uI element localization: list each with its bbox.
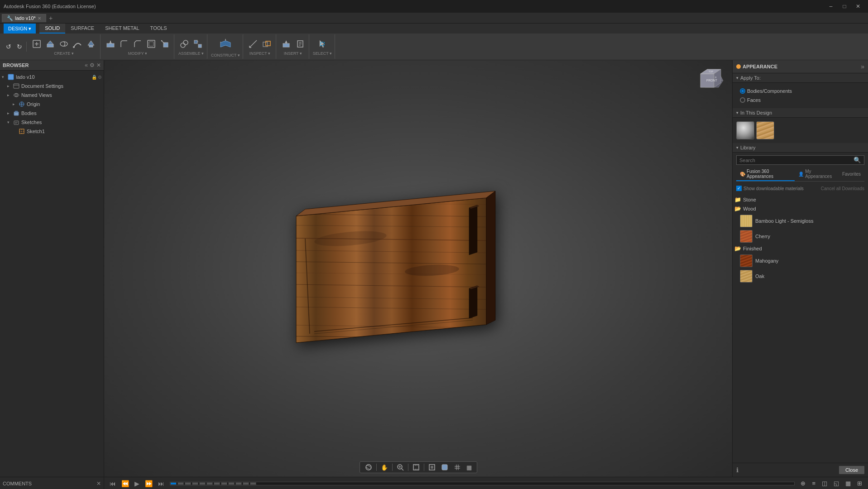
- lib-tab-favorites[interactable]: Favorites: [839, 168, 864, 181]
- interference-button[interactable]: [260, 38, 273, 50]
- pan-button[interactable]: ✋: [379, 463, 390, 472]
- tab-solid[interactable]: SOLID: [39, 24, 65, 34]
- insert-2-button[interactable]: [293, 38, 306, 50]
- viewcube[interactable]: FRONT TOP R: [696, 65, 728, 96]
- timeline-marker-7[interactable]: [214, 482, 220, 485]
- insert-1-button[interactable]: [280, 38, 293, 50]
- tree-action-settings[interactable]: ⚙: [98, 75, 102, 80]
- visual-style-button[interactable]: [439, 463, 451, 472]
- timeline-marker-3[interactable]: [185, 482, 191, 485]
- viewport[interactable]: FRONT TOP R: [104, 60, 732, 477]
- tree-item-sketches[interactable]: ▾ Sketches: [0, 118, 104, 127]
- timeline-marker-9[interactable]: [228, 482, 235, 485]
- fillet-button[interactable]: [118, 38, 130, 50]
- appearance-collapse-button[interactable]: »: [861, 63, 864, 70]
- timeline-marker-6[interactable]: [206, 482, 213, 485]
- faces-radio[interactable]: [740, 97, 745, 103]
- timeline-prev-button[interactable]: ⏪: [120, 479, 131, 488]
- timeline-marker-1[interactable]: [170, 482, 177, 485]
- undo-button[interactable]: ↺: [4, 42, 14, 52]
- new-component-button[interactable]: [30, 38, 43, 50]
- lib-tab-my[interactable]: 👤 My Appearances: [795, 168, 839, 181]
- material-thumb-wood[interactable]: [756, 121, 774, 139]
- timeline-marker-8[interactable]: [221, 482, 227, 485]
- close-button[interactable]: ✕: [852, 2, 864, 11]
- shell-button[interactable]: [145, 38, 158, 50]
- timeline-marker-4[interactable]: [192, 482, 198, 485]
- status-expand-button[interactable]: ⊞: [855, 479, 864, 488]
- construct-plane-button[interactable]: [217, 36, 234, 52]
- mat-item-oak[interactable]: Oak: [733, 268, 868, 284]
- timeline-marker-2[interactable]: [177, 482, 184, 485]
- move-copy-button[interactable]: [158, 38, 171, 50]
- lib-tab-fusion[interactable]: 🎨 Fusion 360 Appearances: [736, 168, 795, 181]
- loft-button[interactable]: [85, 38, 97, 50]
- display-mode-button[interactable]: [426, 463, 438, 472]
- comments-close-button[interactable]: ✕: [96, 480, 101, 487]
- orbit-button[interactable]: [363, 463, 374, 472]
- bodies-radio[interactable]: [740, 88, 745, 94]
- document-tab[interactable]: 🔧 lado v10* ✕: [2, 14, 46, 22]
- timeline-track[interactable]: [170, 482, 795, 485]
- tree-item-root[interactable]: ▾ lado v10 🔒 ⚙: [0, 72, 104, 82]
- tab-sheet-metal[interactable]: SHEET METAL: [100, 24, 144, 34]
- timeline-marker-12[interactable]: [250, 482, 256, 485]
- timeline-rewind-button[interactable]: ⏮: [108, 479, 118, 488]
- more-options-button[interactable]: ▦: [464, 463, 474, 472]
- folder-stone[interactable]: 📁 Stone: [733, 195, 868, 204]
- appearance-close-button[interactable]: Close: [839, 466, 864, 474]
- new-tab-button[interactable]: +: [49, 14, 53, 22]
- timeline-end-button[interactable]: ⏭: [156, 479, 166, 488]
- tree-item-named-views[interactable]: ▸ Named Views: [0, 91, 104, 100]
- search-input[interactable]: [737, 156, 851, 164]
- folder-wood[interactable]: 📂 Wood: [733, 204, 868, 213]
- browser-settings-button[interactable]: ⚙: [90, 62, 95, 68]
- timeline-next-button[interactable]: ⏩: [143, 479, 154, 488]
- timeline-marker-11[interactable]: [243, 482, 249, 485]
- design-button[interactable]: DESIGN ▾: [4, 24, 36, 34]
- status-grid-button[interactable]: ⊕: [798, 479, 808, 488]
- timeline-play-button[interactable]: ▶: [133, 479, 141, 488]
- extrude-button[interactable]: [44, 38, 57, 50]
- tab-surface[interactable]: SURFACE: [65, 24, 100, 34]
- browser-close-button[interactable]: ✕: [96, 62, 101, 68]
- tree-item-sketch1[interactable]: Sketch1: [0, 127, 104, 136]
- minimize-button[interactable]: –: [825, 2, 837, 11]
- status-window-button[interactable]: ◱: [831, 479, 841, 488]
- status-grid2-button[interactable]: ▦: [843, 479, 853, 488]
- press-pull-button[interactable]: [104, 38, 117, 50]
- chamfer-button[interactable]: [131, 38, 144, 50]
- info-icon[interactable]: ℹ: [736, 466, 739, 474]
- timeline-marker-5[interactable]: [199, 482, 206, 485]
- apply-to-header[interactable]: ▾ Apply To:: [733, 73, 868, 83]
- zoom-button[interactable]: [394, 463, 406, 472]
- mat-item-mahogany[interactable]: Mahogany: [733, 253, 868, 268]
- search-button[interactable]: 🔍: [851, 156, 864, 164]
- status-menu-button[interactable]: ≡: [810, 479, 818, 488]
- tab-tools[interactable]: TOOLS: [145, 24, 173, 34]
- mat-item-bamboo[interactable]: Bamboo Light - Semigloss: [733, 213, 868, 229]
- grid-button[interactable]: [451, 463, 463, 472]
- tab-close-icon[interactable]: ✕: [38, 16, 41, 21]
- sweep-button[interactable]: [71, 38, 84, 50]
- measure-button[interactable]: [247, 38, 259, 50]
- revolve-button[interactable]: [58, 38, 70, 50]
- timeline-marker-10[interactable]: [235, 482, 242, 485]
- assemble-2-button[interactable]: [192, 38, 204, 50]
- tree-item-doc-settings[interactable]: ▸ Document Settings: [0, 82, 104, 91]
- fit-button[interactable]: [410, 463, 422, 472]
- select-button[interactable]: [316, 38, 329, 50]
- tree-item-origin[interactable]: ▸ Origin: [0, 100, 104, 109]
- browser-collapse-button[interactable]: «: [85, 62, 88, 68]
- assemble-1-button[interactable]: [178, 38, 191, 50]
- library-header[interactable]: ▾ Library: [733, 143, 868, 153]
- maximize-button[interactable]: □: [838, 2, 851, 11]
- mat-item-cherry[interactable]: Cherry: [733, 229, 868, 244]
- cancel-downloads-link[interactable]: Cancel all Downloads: [821, 186, 864, 191]
- redo-button[interactable]: ↻: [14, 42, 24, 52]
- tree-item-bodies[interactable]: ▸ Bodies: [0, 109, 104, 118]
- in-this-design-header[interactable]: ▾ In This Design: [733, 108, 868, 118]
- folder-finished[interactable]: 📂 Finished: [733, 244, 868, 253]
- material-thumb-metal[interactable]: [736, 121, 754, 139]
- status-panel-button[interactable]: ◫: [820, 479, 830, 488]
